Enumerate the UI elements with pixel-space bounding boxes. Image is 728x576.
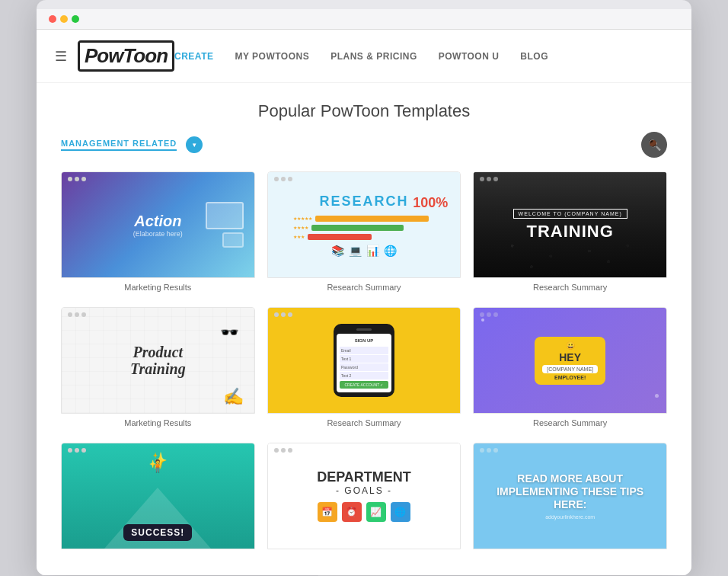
template-card-8[interactable]: DEPARTMENT - GOALS - 📅 ⏰ 📈 🌐	[267, 443, 461, 557]
hey-badge: 😀 HEY [COMPANY NAME] EMPLOYEE!	[535, 337, 605, 385]
company-badge: [COMPANY NAME]	[542, 365, 598, 373]
nav-mypowtoons[interactable]: MY POWTOONS	[235, 51, 309, 62]
template-thumb-1: Action (Elaborate here)	[61, 171, 255, 278]
filter-dropdown-arrow[interactable]	[186, 136, 203, 153]
template-label-5: Research Summary	[267, 414, 461, 430]
template-thumb-2: RESEARCH ★★★★★ ★★★★	[267, 171, 461, 278]
dept-subtitle: - GOALS -	[336, 485, 392, 496]
filter-left: MANAGEMENT RELATED	[61, 136, 203, 153]
hey-text: HEY	[559, 351, 581, 363]
filter-label[interactable]: MANAGEMENT RELATED	[61, 139, 177, 151]
template-thumb-9: READ MORE ABOUT IMPLEMENTING THESE TIPS …	[473, 443, 667, 549]
browser-content: ☰ PowToon CREATE MY POWTOONS PLANS & PRI…	[37, 30, 691, 575]
hamburger-icon[interactable]: ☰	[55, 48, 67, 65]
phone-mockup: SIGN UP Email Text 1 Password Text 2 CRE…	[334, 324, 394, 397]
research-content: ★★★★★ ★★★★ ★★★	[293, 216, 435, 240]
filter-badge: MANAGEMENT RELATED	[61, 136, 203, 153]
nav-powtoon-u[interactable]: POWTOON U	[439, 51, 500, 62]
template-thumb-7: 🧍 ✨ SUCCESS!	[61, 443, 255, 549]
nav-links: CREATE MY POWTOONS PLANS & PRICING POWTO…	[174, 51, 548, 62]
phone-screen: SIGN UP Email Text 1 Password Text 2 CRE…	[337, 334, 391, 392]
nav-blog[interactable]: BLOG	[520, 51, 548, 62]
product-training-text: Product Training	[130, 344, 186, 377]
template-label-7	[61, 549, 255, 557]
read-more-url: addyourlinkhere.com	[545, 514, 595, 520]
templates-grid: Action (Elaborate here)	[61, 171, 667, 557]
welcome-text: WELCOME TO (COMPANY NAME)	[513, 209, 627, 219]
search-button[interactable]	[641, 132, 667, 158]
template-label-8	[267, 549, 461, 557]
browser-bar	[37, 9, 691, 30]
dept-title: DEPARTMENT	[317, 470, 411, 485]
main-content: Popular PowToon Templates MANAGEMENT REL…	[37, 83, 691, 575]
read-more-title: READ MORE ABOUT IMPLEMENTING THESE TIPS …	[484, 472, 656, 510]
dept-icons: 📅 ⏰ 📈 🌐	[318, 502, 410, 522]
card1-text: Action (Elaborate here)	[133, 213, 183, 238]
template-thumb-5: SIGN UP Email Text 1 Password Text 2 CRE…	[267, 307, 461, 414]
minimize-dot[interactable]	[60, 15, 68, 23]
template-thumb-4: 🕶️ Product Training ✍️	[61, 307, 255, 414]
close-dot[interactable]	[49, 15, 56, 23]
training-text: WELCOME TO (COMPANY NAME) TRAINING	[513, 209, 627, 242]
monitor-screen: ☰ PowToon CREATE MY POWTOONS PLANS & PRI…	[37, 0, 691, 575]
employee-text: EMPLOYEE!	[554, 375, 586, 380]
template-card-5[interactable]: SIGN UP Email Text 1 Password Text 2 CRE…	[267, 307, 461, 430]
template-card-7[interactable]: 🧍 ✨ SUCCESS!	[61, 443, 255, 557]
page-title: Popular PowToon Templates	[61, 101, 667, 121]
navbar: ☰ PowToon CREATE MY POWTOONS PLANS & PRI…	[37, 30, 691, 83]
training-title: TRAINING	[513, 222, 627, 242]
template-label-1: Marketing Results	[61, 278, 255, 295]
template-label-6: Research Summary	[473, 414, 667, 430]
nav-plans[interactable]: PLANS & PRICING	[330, 51, 417, 62]
nav-create[interactable]: CREATE	[174, 51, 213, 62]
monitor-wrapper: ☰ PowToon CREATE MY POWTOONS PLANS & PRI…	[37, 0, 691, 576]
template-thumb-3: WELCOME TO (COMPANY NAME) TRAINING	[473, 171, 667, 278]
monitor-bezel: ☰ PowToon CREATE MY POWTOONS PLANS & PRI…	[37, 0, 691, 575]
template-label-9	[473, 549, 667, 557]
browser-dots	[49, 15, 79, 23]
template-thumb-8: DEPARTMENT - GOALS - 📅 ⏰ 📈 🌐	[267, 443, 461, 549]
template-card-1[interactable]: Action (Elaborate here)	[61, 171, 255, 295]
template-card-2[interactable]: RESEARCH ★★★★★ ★★★★	[267, 171, 461, 295]
template-card-9[interactable]: READ MORE ABOUT IMPLEMENTING THESE TIPS …	[473, 443, 667, 557]
signup-title: SIGN UP	[340, 338, 388, 345]
template-label-2: Research Summary	[267, 278, 461, 295]
research-title: RESEARCH	[319, 194, 408, 210]
filter-row: MANAGEMENT RELATED	[61, 132, 667, 158]
template-label-3: Research Summary	[473, 278, 667, 295]
expand-dot[interactable]	[72, 15, 79, 23]
success-badge: SUCCESS!	[123, 524, 192, 541]
template-card-3[interactable]: WELCOME TO (COMPANY NAME) TRAINING Resea…	[473, 171, 667, 295]
template-thumb-6: 😀 HEY [COMPANY NAME] EMPLOYEE!	[473, 307, 667, 414]
template-card-4[interactable]: 🕶️ Product Training ✍️ Marketing Resul	[61, 307, 255, 430]
logo: PowToon	[78, 40, 174, 72]
template-card-6[interactable]: 😀 HEY [COMPANY NAME] EMPLOYEE! Research …	[473, 307, 667, 430]
template-label-4: Marketing Results	[61, 414, 255, 430]
